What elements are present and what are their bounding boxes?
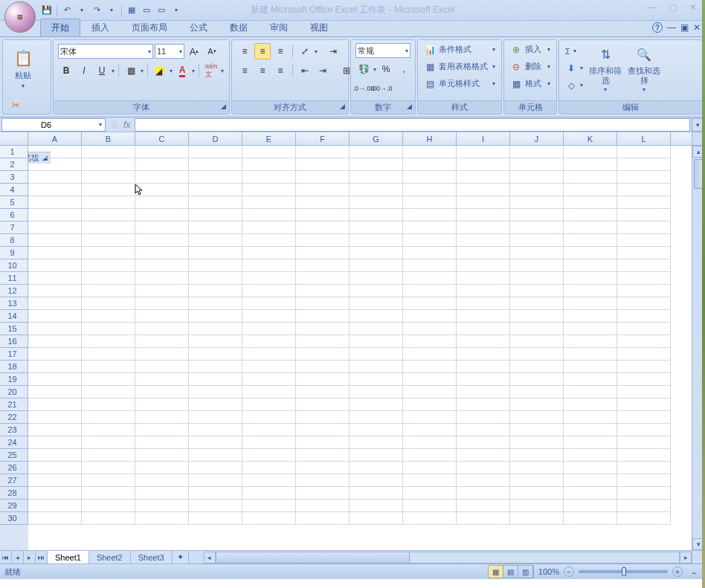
cell[interactable] xyxy=(242,234,296,247)
row-header[interactable]: 14 xyxy=(0,310,28,323)
cell[interactable] xyxy=(135,335,189,348)
cell[interactable] xyxy=(350,146,403,158)
cell[interactable] xyxy=(350,436,403,449)
cell[interactable] xyxy=(82,158,135,171)
cell[interactable] xyxy=(457,158,510,171)
cell[interactable] xyxy=(189,462,242,474)
cell[interactable] xyxy=(617,285,671,297)
cell[interactable] xyxy=(135,184,189,196)
cell[interactable] xyxy=(564,474,617,487)
cell[interactable] xyxy=(28,398,82,411)
undo-dropdown[interactable]: ▾ xyxy=(75,4,88,17)
cell[interactable] xyxy=(403,449,457,462)
first-sheet-icon[interactable]: ⏮ xyxy=(0,551,12,564)
cell[interactable] xyxy=(350,361,403,373)
cell[interactable] xyxy=(617,297,671,310)
cell[interactable] xyxy=(28,196,82,209)
cell[interactable] xyxy=(350,222,403,234)
minimize-icon[interactable]: — xyxy=(643,1,660,13)
cell[interactable] xyxy=(82,436,135,449)
align-left-icon[interactable]: ≡ xyxy=(236,62,253,79)
cell[interactable] xyxy=(82,398,135,411)
cell[interactable] xyxy=(242,297,296,310)
cell[interactable] xyxy=(403,184,457,196)
cell[interactable] xyxy=(28,424,82,436)
cell[interactable] xyxy=(82,247,135,259)
cell[interactable] xyxy=(135,272,189,285)
cell[interactable] xyxy=(457,310,510,323)
cell[interactable] xyxy=(82,361,135,373)
cell[interactable] xyxy=(82,373,135,386)
cell[interactable] xyxy=(296,373,350,386)
cell[interactable] xyxy=(350,171,403,184)
cell[interactable] xyxy=(457,436,510,449)
cell[interactable] xyxy=(242,474,296,487)
resize-grip-icon[interactable]: ⫠ xyxy=(687,567,701,576)
zoom-slider[interactable] xyxy=(579,570,668,573)
align-center-icon[interactable]: ≡ xyxy=(254,62,271,79)
cell[interactable] xyxy=(510,310,564,323)
cell[interactable] xyxy=(457,512,510,525)
cell[interactable] xyxy=(617,462,671,474)
cell[interactable] xyxy=(403,247,457,259)
cell[interactable] xyxy=(189,411,242,424)
col-header[interactable]: K xyxy=(564,132,617,145)
cell[interactable] xyxy=(457,234,510,247)
row-header[interactable]: 6 xyxy=(0,209,28,222)
cell[interactable] xyxy=(296,310,350,323)
cell[interactable] xyxy=(135,259,189,272)
row-header[interactable]: 13 xyxy=(0,297,28,310)
align-right-icon[interactable]: ≡ xyxy=(272,62,289,79)
mdi-restore-icon[interactable]: ▣ xyxy=(680,22,689,33)
cell[interactable] xyxy=(617,209,671,222)
cell[interactable] xyxy=(296,184,350,196)
font-color-icon[interactable]: A xyxy=(174,62,190,79)
cell[interactable] xyxy=(403,512,457,525)
tab-review[interactable]: 审阅 xyxy=(259,19,299,36)
accounting-dropdown[interactable]: ▾ xyxy=(373,66,376,73)
row-header[interactable]: 9 xyxy=(0,247,28,259)
cell[interactable] xyxy=(296,285,350,297)
cell[interactable] xyxy=(82,487,135,500)
sheet-tab[interactable]: Sheet3 xyxy=(130,551,173,564)
cell[interactable] xyxy=(242,196,296,209)
row-header[interactable]: 4 xyxy=(0,184,28,196)
cell[interactable] xyxy=(403,196,457,209)
qat-extra-3[interactable]: ▭ xyxy=(155,4,168,17)
font-size-combo[interactable]: 11▾ xyxy=(155,44,184,59)
cell[interactable] xyxy=(564,361,617,373)
cell[interactable] xyxy=(403,361,457,373)
cell[interactable] xyxy=(296,361,350,373)
cell[interactable] xyxy=(564,310,617,323)
hscroll-thumb[interactable] xyxy=(216,552,410,563)
delete-cells-button[interactable]: ⊖删除▾ xyxy=(507,59,553,74)
cell[interactable] xyxy=(242,348,296,361)
cell[interactable] xyxy=(403,411,457,424)
cell[interactable] xyxy=(510,272,564,285)
cell[interactable] xyxy=(28,323,82,335)
cell[interactable] xyxy=(82,323,135,335)
cell[interactable] xyxy=(296,222,350,234)
cell[interactable] xyxy=(28,449,82,462)
maximize-icon[interactable]: ▢ xyxy=(663,1,681,13)
cell[interactable] xyxy=(135,171,189,184)
row-header[interactable]: 28 xyxy=(0,487,28,500)
cell[interactable] xyxy=(403,158,457,171)
cell[interactable] xyxy=(189,285,242,297)
cell[interactable] xyxy=(510,171,564,184)
cell[interactable] xyxy=(510,449,564,462)
cell[interactable] xyxy=(135,310,189,323)
cell[interactable] xyxy=(242,462,296,474)
cell[interactable] xyxy=(242,247,296,259)
cell[interactable] xyxy=(28,436,82,449)
cell[interactable] xyxy=(189,386,242,398)
row-header[interactable]: 16 xyxy=(0,335,28,348)
cell[interactable] xyxy=(242,259,296,272)
cell[interactable] xyxy=(135,285,189,297)
cell[interactable] xyxy=(296,146,350,158)
cell[interactable] xyxy=(617,146,671,158)
cell[interactable] xyxy=(82,272,135,285)
cell[interactable] xyxy=(242,272,296,285)
cell[interactable] xyxy=(403,386,457,398)
cell[interactable] xyxy=(82,474,135,487)
